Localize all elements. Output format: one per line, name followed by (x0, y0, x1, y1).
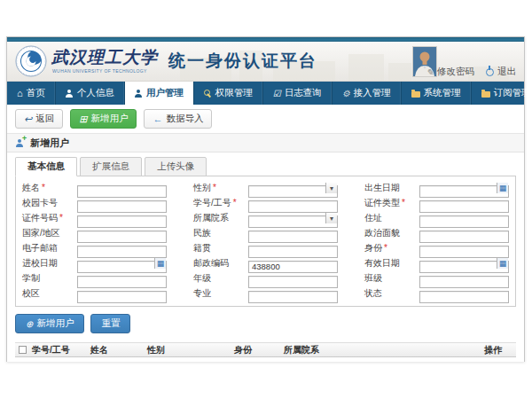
logout-label: 退出 (497, 66, 516, 78)
tab-basic-info[interactable]: 基本信息 (15, 157, 77, 176)
field-label: 学号/工号 (193, 198, 231, 207)
city-skyline-watermark (388, 63, 411, 81)
country-region-input[interactable] (77, 231, 167, 243)
status-input[interactable] (419, 291, 509, 303)
select-all-checkbox[interactable] (19, 346, 27, 354)
nav-item-subscription-management[interactable]: 订阅管理 (472, 82, 532, 105)
user-icon (66, 90, 74, 98)
id-type-input[interactable] (419, 200, 509, 213)
reset-button[interactable]: 重置 (90, 314, 130, 333)
calendar-icon[interactable] (497, 258, 508, 269)
data-import-label: 数据导入 (166, 113, 203, 125)
submit-add-user-button[interactable]: 新增用户 (15, 314, 84, 333)
back-button[interactable]: 返回 (15, 109, 63, 129)
class-input[interactable] (419, 276, 509, 288)
tab-extended-info[interactable]: 扩展信息 (80, 157, 142, 176)
campus-card-input[interactable] (77, 200, 167, 213)
field-label: 状态 (364, 288, 382, 298)
nav-item-permission-management[interactable]: 权限管理 (194, 82, 263, 105)
data-import-button[interactable]: 数据导入 (144, 109, 212, 129)
address-input[interactable] (419, 215, 509, 228)
col-actions: 操作 (482, 344, 516, 356)
major-input[interactable] (248, 291, 338, 303)
birth-date-field: 出生日期 (364, 182, 509, 194)
campus-input[interactable] (77, 291, 167, 303)
calendar-icon[interactable] (154, 258, 166, 269)
col-name: 姓名 (89, 344, 145, 356)
identity-field: 身份* (364, 242, 509, 254)
nav-item-access-management[interactable]: 接入管理 (332, 82, 402, 105)
student-id-field: 学号/工号* (193, 197, 338, 209)
key-icon (204, 90, 212, 98)
political-status-input[interactable] (419, 231, 509, 243)
nav-label: 权限管理 (215, 87, 253, 99)
checklist-icon (273, 88, 281, 98)
calendar-icon[interactable] (497, 183, 508, 193)
user-links: 修改密码 退出 (426, 66, 516, 78)
field-label: 住址 (364, 213, 382, 223)
form-actions: 新增用户 重置 (7, 307, 524, 339)
col-department: 所属院系 (282, 344, 482, 356)
add-user-icon (15, 138, 25, 147)
field-label: 班级 (364, 273, 382, 283)
country-region-field: 国家/地区 (22, 227, 167, 239)
toolbar: 返回 新增用户 数据导入 (7, 105, 524, 134)
ethnicity-input[interactable] (248, 231, 338, 243)
import-arrow-icon (153, 113, 162, 124)
nav-label: 订阅管理 (494, 87, 531, 99)
entry-date-input[interactable] (77, 261, 167, 273)
field-label: 证件号码 (22, 213, 58, 223)
nav-label: 用户管理 (146, 87, 184, 99)
nav-item-log-query[interactable]: 日志查询 (263, 82, 332, 105)
required-asterisk: * (402, 198, 405, 207)
field-label: 邮政编码 (193, 258, 229, 268)
email-input[interactable] (77, 246, 167, 258)
gender-field: 性别* (193, 182, 338, 194)
field-label: 籍贯 (193, 243, 211, 253)
change-password-link[interactable]: 修改密码 (426, 66, 474, 78)
field-label: 学制 (22, 273, 40, 283)
chevron-down-icon[interactable] (325, 213, 337, 223)
nav-item-home[interactable]: 首页 (7, 82, 56, 105)
section-header: 新增用户 (7, 134, 524, 153)
main-nav: 首页 个人信息 用户管理 权限管理 日志查询 接入管理 系统管理 订阅管理 (7, 82, 524, 105)
logout-link[interactable]: 退出 (486, 66, 516, 78)
department-field: 所属院系 (193, 212, 338, 224)
student-id-input[interactable] (248, 200, 338, 213)
users-table: 学号/工号 姓名 性别 身份 所属院系 操作 (15, 342, 516, 368)
grade-input[interactable] (248, 276, 338, 288)
ethnicity-field: 民族 (193, 227, 338, 239)
valid-date-input[interactable] (419, 261, 509, 273)
major-field: 专业 (193, 287, 338, 300)
tab-upload-avatar[interactable]: 上传头像 (145, 157, 207, 176)
id-number-field: 证件号码* (22, 212, 167, 224)
platform-title: 统一身份认证平台 (168, 50, 317, 73)
identity-input[interactable] (419, 246, 509, 258)
user-icon (135, 90, 143, 98)
name-field: 姓名* (22, 182, 167, 194)
native-place-input[interactable] (248, 246, 338, 258)
app-header: 武汉理工大学 WUHAN UNIVERSITY OF TECHNOLOGY 统一… (7, 42, 524, 82)
postal-code-input[interactable] (248, 261, 338, 273)
university-name-cn: 武汉理工大学 (51, 46, 158, 69)
gender-select[interactable] (248, 185, 338, 198)
university-name-en: WUHAN UNIVERSITY OF TECHNOLOGY (52, 68, 147, 74)
nav-item-system-management[interactable]: 系统管理 (402, 82, 472, 105)
department-select[interactable] (248, 215, 338, 228)
field-label: 电子邮箱 (22, 243, 58, 253)
section-title: 新增用户 (30, 137, 69, 150)
name-input[interactable] (77, 185, 167, 198)
add-user-toolbar-button[interactable]: 新增用户 (70, 109, 137, 129)
folder-icon (481, 91, 490, 98)
education-length-input[interactable] (77, 276, 167, 288)
id-number-input[interactable] (77, 215, 167, 228)
form-grid: 姓名* 性别* 出生日期 校园卡号 学号/工号* (22, 182, 509, 300)
nav-item-user-management[interactable]: 用户管理 (125, 82, 194, 105)
valid-date-field: 有效日期 (364, 257, 509, 270)
nav-label: 系统管理 (424, 87, 461, 99)
required-asterisk: * (384, 243, 387, 253)
chevron-down-icon[interactable] (325, 183, 337, 193)
nav-item-personal-info[interactable]: 个人信息 (56, 82, 125, 105)
birth-date-input[interactable] (419, 185, 509, 198)
field-label: 校区 (22, 288, 40, 298)
